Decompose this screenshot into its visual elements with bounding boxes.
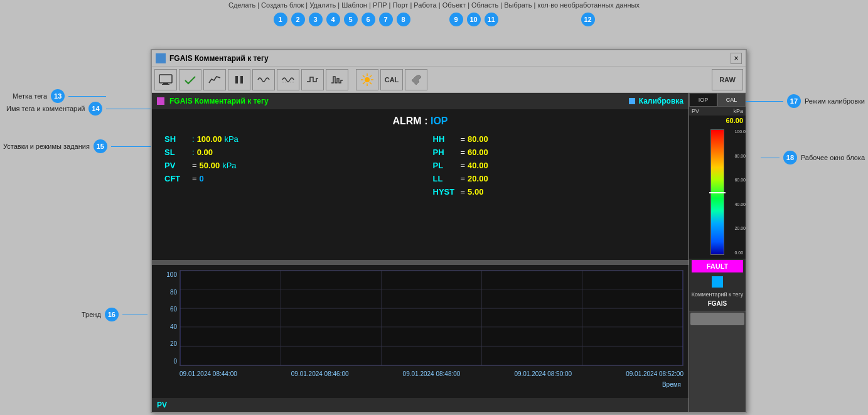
svg-rect-2 xyxy=(162,84,169,85)
sl-value: 0.00 xyxy=(197,148,213,157)
pl-value: 40.00 xyxy=(468,161,488,170)
circle-1[interactable]: 1 xyxy=(274,13,287,26)
circle-12[interactable]: 12 xyxy=(581,13,595,26)
svg-line-13 xyxy=(370,75,372,77)
y-40: 40 xyxy=(170,323,177,330)
toolbar-btn-wave3[interactable] xyxy=(301,69,324,90)
right-fgais-label: FGAIS xyxy=(689,299,746,308)
alarm-type: ALRM xyxy=(392,116,421,126)
gauge-label-100: 100.0 xyxy=(734,129,746,134)
sh-key: SH xyxy=(164,134,190,144)
top-bar: Сделать | Создать блок | Удалить | Шабло… xyxy=(0,0,868,44)
scrollbar-thumb[interactable] xyxy=(690,313,744,325)
ph-key: PH xyxy=(433,148,458,157)
right-header: PV kPa xyxy=(689,107,746,116)
ann15-circle: 15 xyxy=(94,139,107,153)
param-sh: SH : 100.00 kPa xyxy=(164,134,408,144)
circle-3[interactable]: 3 xyxy=(309,13,323,26)
circle-5[interactable]: 5 xyxy=(344,13,358,26)
ann13-text: Метка тега xyxy=(13,92,47,100)
svg-rect-25 xyxy=(180,271,683,365)
circle-8[interactable]: 8 xyxy=(397,13,410,26)
trend-section: 100 80 60 40 20 0 xyxy=(152,265,689,398)
circle-9[interactable]: 9 xyxy=(449,13,463,26)
pl-key: PL xyxy=(433,161,458,170)
toolbar-btn-sun[interactable] xyxy=(356,69,378,90)
params-left-col: SH : 100.00 kPa SL : 0.00 xyxy=(164,134,408,200)
toolbar-btn-monitor[interactable] xyxy=(154,69,177,90)
ann17-circle: 17 xyxy=(787,94,801,108)
toolbar: CAL RAW xyxy=(152,67,746,93)
section-separator xyxy=(152,260,689,265)
top-hints: Сделать | Создать блок | Удалить | Шабло… xyxy=(0,0,868,10)
pv-unit: kPa xyxy=(222,161,236,170)
tab-iop[interactable]: IOP xyxy=(689,93,717,107)
y-0: 0 xyxy=(173,358,177,365)
tab-cal[interactable]: CAL xyxy=(717,93,746,107)
circle-2[interactable]: 2 xyxy=(291,13,305,26)
svg-point-6 xyxy=(365,77,370,82)
circle-11[interactable]: 11 xyxy=(485,13,498,26)
trend-chart-container: 100 80 60 40 20 0 xyxy=(157,270,683,380)
x-label-5: 09.01.2024 08:52:00 xyxy=(626,370,683,377)
annotation-14: Имя тега и комментарий 14 xyxy=(6,102,156,116)
toolbar-btn-wave4[interactable] xyxy=(326,69,348,90)
trend-plot-area xyxy=(179,270,683,366)
circle-6[interactable]: 6 xyxy=(362,13,375,26)
toolbar-btn-wave2[interactable] xyxy=(277,69,299,90)
param-hh: HH = 80.00 xyxy=(433,134,677,144)
hyst-key: HYST xyxy=(433,187,458,197)
toolbar-btn-wave1[interactable] xyxy=(252,69,275,90)
y-100: 100 xyxy=(166,271,177,278)
right-header-left: PV xyxy=(692,108,699,114)
svg-line-14 xyxy=(363,82,365,84)
ann16-circle: 16 xyxy=(105,308,119,321)
annotation-17: 17 Режим калибровки xyxy=(746,94,865,108)
sh-value: 100.00 xyxy=(197,134,222,144)
tag-header: FGAIS Комментарий к тегу Калибровка xyxy=(152,93,689,109)
toolbar-btn-cal[interactable]: CAL xyxy=(380,69,403,90)
toolbar-btn-raw[interactable]: RAW xyxy=(712,69,743,90)
right-scrollbar-area[interactable] xyxy=(689,311,746,412)
ann13-circle: 13 xyxy=(51,89,65,103)
calib-dot xyxy=(629,98,635,104)
circle-4[interactable]: 4 xyxy=(326,13,340,26)
gauge-indicator xyxy=(709,192,726,193)
x-label-2: 09.01.2024 08:46:00 xyxy=(291,370,349,377)
ann17-text: Режим калибровки xyxy=(805,97,865,105)
x-label-4: 09.01.2024 08:50:00 xyxy=(514,370,572,377)
param-cft: CFT = 0 xyxy=(164,174,408,183)
circle-10[interactable]: 10 xyxy=(467,13,481,26)
left-panel: FGAIS Комментарий к тегу Калибровка ALRM… xyxy=(152,93,689,412)
svg-line-12 xyxy=(370,82,372,84)
trend-xaxis: 09.01.2024 08:44:00 09.01.2024 08:46:00 … xyxy=(179,367,683,380)
annotation-15: Уставки и режимы задания 15 xyxy=(3,139,161,153)
numbered-circles: 1 2 3 4 5 6 7 8 9 10 11 12 xyxy=(0,13,868,26)
sl-key: SL xyxy=(164,148,190,157)
sh-unit: kPa xyxy=(224,134,238,144)
circle-7[interactable]: 7 xyxy=(379,13,393,26)
fault-button[interactable]: FAULT xyxy=(692,260,743,272)
x-label-3: 09.01.2024 08:48:00 xyxy=(403,370,461,377)
ll-value: 20.00 xyxy=(468,174,488,183)
toolbar-btn-wrench[interactable] xyxy=(405,69,427,90)
toolbar-btn-check[interactable] xyxy=(179,69,201,90)
toolbar-btn-chart[interactable] xyxy=(203,69,226,90)
close-button[interactable]: × xyxy=(731,53,742,64)
content-area: FGAIS Комментарий к тегу Калибровка ALRM… xyxy=(152,93,746,412)
hh-key: HH xyxy=(433,134,458,144)
window-icon xyxy=(156,53,166,63)
pv-key: PV xyxy=(164,161,190,170)
toolbar-btn-pause[interactable] xyxy=(228,69,250,90)
tag-dot xyxy=(157,97,164,105)
right-tabs: IOP CAL xyxy=(689,93,746,107)
svg-rect-1 xyxy=(163,83,168,84)
params-grid: SH : 100.00 kPa SL : 0.00 xyxy=(164,134,676,200)
ann18-text: Рабочее окно блока xyxy=(801,154,865,161)
right-header-right: kPa xyxy=(733,108,743,114)
calib-title: Калибровка xyxy=(639,97,683,105)
gauge-label-0: 0.00 xyxy=(734,251,746,255)
right-panel: IOP CAL PV kPa 60.00 xyxy=(689,93,746,412)
gauge-label-80: 80.00 xyxy=(734,154,746,158)
gauge-area: 100.0 80.00 60.00 40.00 20.00 0.00 xyxy=(689,126,746,259)
